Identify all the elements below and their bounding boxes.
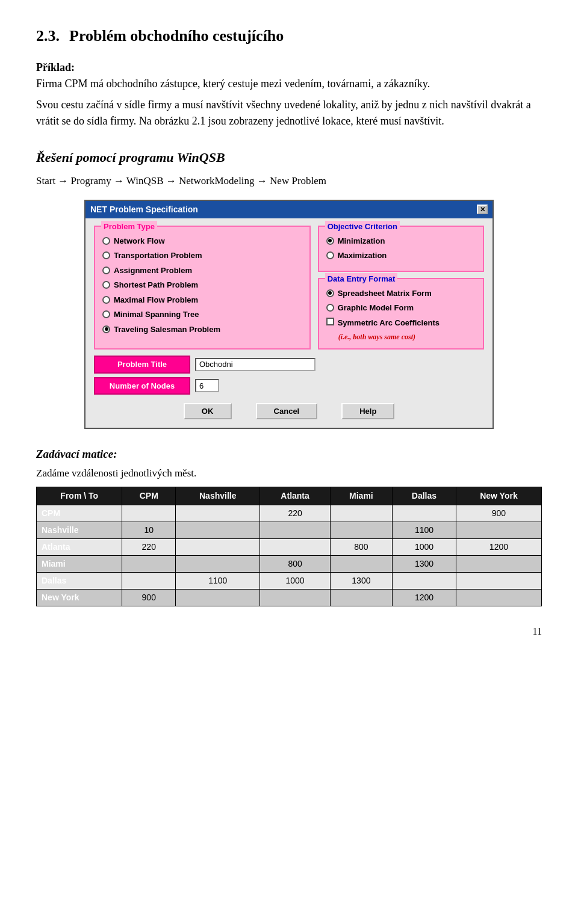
- table-cell: [456, 573, 541, 590]
- data-entry-format-group: Data Entry Format Spreadsheet Matrix For…: [318, 278, 484, 350]
- radio-graphic-circle: [326, 304, 334, 312]
- table-cell: [176, 539, 260, 556]
- number-of-nodes-label: Number of Nodes: [94, 377, 190, 395]
- table-cell: [393, 505, 456, 522]
- col-header-nashville: Nashville: [176, 487, 260, 505]
- table-row: Miami8001300: [37, 556, 542, 573]
- radio-assignment[interactable]: Assignment Problem: [102, 265, 302, 277]
- radio-network-flow-circle: [102, 237, 110, 245]
- row-label: Dallas: [37, 573, 122, 590]
- radio-traveling-salesman-label: Traveling Salesman Problem: [114, 324, 220, 336]
- table-cell: [330, 522, 392, 539]
- zadavaci-title: Zadávací matice:: [36, 446, 542, 463]
- radio-shortest-path[interactable]: Shortest Path Problem: [102, 279, 302, 291]
- table-cell: [176, 590, 260, 606]
- table-cell: 800: [330, 539, 392, 556]
- radio-minimization-circle: [326, 237, 334, 245]
- table-cell: 1100: [176, 573, 260, 590]
- radio-maximal-flow[interactable]: Maximal Flow Problem: [102, 294, 302, 306]
- table-row: Nashville101100: [37, 522, 542, 539]
- page-number: 11: [36, 624, 542, 639]
- radio-spreadsheet-label: Spreadsheet Matrix Form: [338, 288, 432, 300]
- radio-graphic[interactable]: Graphic Model Form: [326, 302, 476, 314]
- number-of-nodes-input[interactable]: [195, 379, 219, 392]
- table-cell: [176, 505, 260, 522]
- radio-assignment-circle: [102, 266, 110, 274]
- radio-maximal-flow-circle: [102, 296, 110, 304]
- table-cell: 1300: [330, 573, 392, 590]
- dialog-close-button[interactable]: ✕: [477, 205, 488, 214]
- table-cell: 900: [456, 505, 541, 522]
- col-header-dallas: Dallas: [393, 487, 456, 505]
- row-label: Miami: [37, 556, 122, 573]
- priklad-p1: Firma CPM má obchodního zástupce, který …: [36, 76, 542, 92]
- radio-traveling-salesman[interactable]: Traveling Salesman Problem: [102, 324, 302, 336]
- radio-shortest-path-circle: [102, 281, 110, 289]
- radio-minimization-label: Minimization: [338, 235, 385, 247]
- table-cell: [260, 522, 330, 539]
- table-row: CPM220900: [37, 505, 542, 522]
- table-cell: [122, 556, 176, 573]
- radio-graphic-label: Graphic Model Form: [338, 302, 414, 314]
- cancel-button[interactable]: Cancel: [256, 403, 318, 419]
- checkbox-symmetric-label: Symmetric Arc Coefficients: [338, 317, 440, 329]
- radio-traveling-salesman-circle: [102, 325, 110, 333]
- table-cell: [330, 505, 392, 522]
- radio-maximal-flow-label: Maximal Flow Problem: [114, 294, 198, 306]
- radio-maximization-circle: [326, 251, 334, 259]
- table-cell: [260, 539, 330, 556]
- priklad-p2: Svou cestu začíná v sídle firmy a musí n…: [36, 97, 542, 129]
- table-cell: 1000: [393, 539, 456, 556]
- table-cell: [456, 556, 541, 573]
- ok-button[interactable]: OK: [184, 403, 232, 419]
- radio-minimal-spanning-label: Minimal Spanning Tree: [114, 309, 199, 321]
- table-cell: 220: [122, 539, 176, 556]
- row-label: Nashville: [37, 522, 122, 539]
- radio-transportation-label: Transportation Problem: [114, 250, 202, 262]
- zadavaci-desc: Zadáme vzdálenosti jednotlivých měst.: [36, 466, 542, 481]
- table-cell: 1200: [456, 539, 541, 556]
- col-header-atlanta: Atlanta: [260, 487, 330, 505]
- help-button[interactable]: Help: [341, 403, 394, 419]
- problem-title-label: Problem Title: [94, 356, 190, 374]
- radio-spreadsheet-circle: [326, 289, 334, 297]
- table-row: Dallas110010001300: [37, 573, 542, 590]
- page-title: Problém obchodního cestujícího: [69, 24, 284, 48]
- radio-minimization[interactable]: Minimization: [326, 235, 476, 247]
- radio-maximization[interactable]: Maximization: [326, 250, 476, 262]
- table-cell: 1000: [260, 573, 330, 590]
- radio-transportation[interactable]: Transportation Problem: [102, 250, 302, 262]
- data-entry-format-label: Data Entry Format: [325, 273, 398, 285]
- table-cell: 900: [122, 590, 176, 606]
- table-cell: 10: [122, 522, 176, 539]
- table-cell: [176, 522, 260, 539]
- radio-spreadsheet[interactable]: Spreadsheet Matrix Form: [326, 288, 476, 300]
- radio-network-flow[interactable]: Network Flow: [102, 235, 302, 247]
- col-header-cpm: CPM: [122, 487, 176, 505]
- problem-type-label: Problem Type: [101, 221, 157, 233]
- problem-type-group: Problem Type Network Flow Transportation…: [94, 226, 311, 350]
- table-cell: 1200: [393, 590, 456, 606]
- distance-table: From \ To CPM Nashville Atlanta Miami Da…: [36, 487, 542, 606]
- table-cell: [122, 505, 176, 522]
- table-cell: [456, 590, 541, 606]
- row-label: New York: [37, 590, 122, 606]
- col-header-from-to: From \ To: [37, 487, 122, 505]
- table-cell: [393, 573, 456, 590]
- table-cell: [330, 590, 392, 606]
- table-cell: 220: [260, 505, 330, 522]
- table-cell: 1300: [393, 556, 456, 573]
- row-label: Atlanta: [37, 539, 122, 556]
- checkbox-symmetric[interactable]: Symmetric Arc Coefficients: [326, 317, 476, 329]
- problem-title-input[interactable]: [195, 358, 315, 371]
- reseni-heading: Řešení pomocí programu WinQSB: [36, 147, 542, 167]
- table-cell: 1100: [393, 522, 456, 539]
- col-header-new-york: New York: [456, 487, 541, 505]
- checkbox-symmetric-box: [326, 318, 334, 325]
- radio-transportation-circle: [102, 251, 110, 259]
- net-problem-dialog: NET Problem Specification ✕ Problem Type…: [84, 200, 494, 430]
- radio-maximization-label: Maximization: [338, 250, 387, 262]
- objective-criterion-label: Objective Criterion: [325, 221, 400, 233]
- section-number: 2.3.: [36, 24, 60, 48]
- radio-minimal-spanning[interactable]: Minimal Spanning Tree: [102, 309, 302, 321]
